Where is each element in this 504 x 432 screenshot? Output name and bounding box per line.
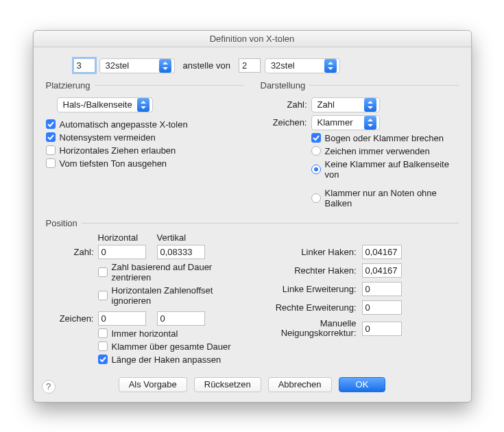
pos-number-label: Zahl: [46,247,94,257]
left-ext-input[interactable] [362,282,402,296]
title-bar: Definition von X-tolen [34,31,471,47]
number-h-input[interactable] [98,245,146,259]
appearance-group: Darstellung Zahl: Zahl Zeichen: Klammer [261,80,459,211]
help-icon: ? [46,381,51,392]
only-no-beam-radio[interactable]: Klammer nur an Noten ohne Balken [311,188,459,208]
left-ext-label: Linke Erweiterung: [261,284,357,294]
break-label: Bogen oder Klammer brechen [325,133,444,143]
help-button[interactable]: ? [42,380,56,394]
shape-value: Klammer [317,117,360,128]
chevron-updown-icon [364,116,376,130]
right-hook-label: Rechter Haken: [261,265,357,276]
placement-group: Platzierung Hals-/Balkenseite Automatisc… [46,80,244,211]
always-horizontal-checkbox[interactable]: Immer horizontal [98,328,244,339]
chevron-updown-icon [159,59,171,73]
tuplet-unit-1-value: 32stel [106,60,155,71]
chevron-updown-icon [364,98,376,112]
always-horizontal-label: Immer horizontal [112,328,178,339]
tuplet-unit-2-select[interactable]: 32stel [265,58,340,73]
shape-v-input[interactable] [157,311,205,326]
upper-columns: Platzierung Hals-/Balkenseite Automatisc… [46,80,459,211]
no-bracket-beam-radio[interactable]: Keine Klammer auf Balkenseite von [311,159,459,180]
allow-hdrag-checkbox[interactable]: Horizontales Ziehen erlauben [46,145,244,156]
bracket-full-label: Klammer über gesamte Dauer [112,341,231,352]
placement-mode-select[interactable]: Hals-/Balkenseite [57,97,153,112]
ignore-offset-label: Horizontalen Zahlenoffset ignorieren [112,285,244,306]
ok-button[interactable]: OK [339,377,386,392]
number-select[interactable]: Zahl [311,97,380,112]
position-heading: Position [46,218,82,228]
placement-mode-value: Hals-/Balkenseite [63,99,133,110]
dialog-body: 32stel anstelle von 32stel Platzierung H… [34,47,471,402]
from-lowest-label: Vom tiefsten Ton ausgehen [60,158,167,169]
horizontal-heading: Horizontal [98,232,153,243]
ignore-offset-checkbox[interactable]: Horizontalen Zahlenoffset ignorieren [98,285,244,306]
tuplet-unit-1-select[interactable]: 32stel [99,58,175,73]
right-ext-label: Rechte Erweiterung: [261,302,357,313]
right-ext-input[interactable] [362,300,402,315]
position-left: Horizontal Vertikal Zahl: Zahl basierend… [46,232,244,368]
number-label: Zahl: [261,99,307,110]
auto-adjust-label: Automatisch angepasste X-tolen [60,119,188,130]
center-duration-checkbox[interactable]: Zahl basierend auf Dauer zentrieren [98,262,244,283]
vertical-heading: Vertikal [157,232,212,243]
window-title: Definition von X-tolen [210,34,295,44]
tuplet-count-input[interactable] [73,58,95,73]
always-use-radio[interactable]: Zeichen immer verwenden [311,146,459,156]
reset-button[interactable]: Rücksetzen [194,377,261,392]
from-lowest-checkbox[interactable]: Vom tiefsten Ton ausgehen [46,158,244,169]
number-value: Zahl [317,99,360,110]
pos-shape-label: Zeichen: [46,313,94,324]
set-default-button[interactable]: Als Vorgabe [119,377,187,392]
dialog-window: Definition von X-tolen 32stel anstelle v… [33,30,472,403]
tuplet-unit-2-value: 32stel [271,60,320,71]
appearance-heading: Darstellung [261,80,310,91]
instead-of-label: anstelle von [183,60,230,71]
slope-input[interactable] [362,322,402,336]
no-bracket-beam-label: Keine Klammer auf Balkenseite von [325,159,459,180]
normal-count-input[interactable] [239,58,261,73]
placement-heading: Platzierung [46,80,95,91]
match-hooks-label: Länge der Haken anpassen [112,355,221,365]
always-use-label: Zeichen immer verwenden [325,146,430,156]
position-right: Linker Haken: Rechter Haken: Linke Erwei… [261,232,459,368]
number-v-input[interactable] [157,245,205,259]
left-hook-input[interactable] [362,245,402,259]
center-duration-label: Zahl basierend auf Dauer zentrieren [112,262,244,283]
position-group: Position Horizontal Vertikal Zahl: Zahl … [46,218,459,368]
slope-label: Manuelle Neigungskorrektur: [261,319,357,339]
button-row: Als Vorgabe Rücksetzen Abbrechen OK [46,377,459,392]
match-hooks-checkbox[interactable]: Länge der Haken anpassen [98,355,244,365]
shape-h-input[interactable] [98,311,146,326]
chevron-updown-icon [137,98,149,112]
avoid-staff-label: Notensystem vermeiden [60,132,156,143]
avoid-staff-checkbox[interactable]: Notensystem vermeiden [46,132,244,143]
shape-label: Zeichen: [261,117,307,128]
allow-hdrag-label: Horizontales Ziehen erlauben [60,145,176,156]
auto-adjust-checkbox[interactable]: Automatisch angepasste X-tolen [46,119,244,130]
bracket-full-checkbox[interactable]: Klammer über gesamte Dauer [98,341,244,352]
cancel-button[interactable]: Abbrechen [268,377,332,392]
shape-select[interactable]: Klammer [311,115,380,130]
only-no-beam-label: Klammer nur an Noten ohne Balken [325,188,459,208]
definition-row: 32stel anstelle von 32stel [73,58,459,73]
left-hook-label: Linker Haken: [261,247,357,257]
chevron-updown-icon [324,59,337,73]
right-hook-input[interactable] [362,263,402,278]
break-checkbox[interactable]: Bogen oder Klammer brechen [311,133,459,143]
